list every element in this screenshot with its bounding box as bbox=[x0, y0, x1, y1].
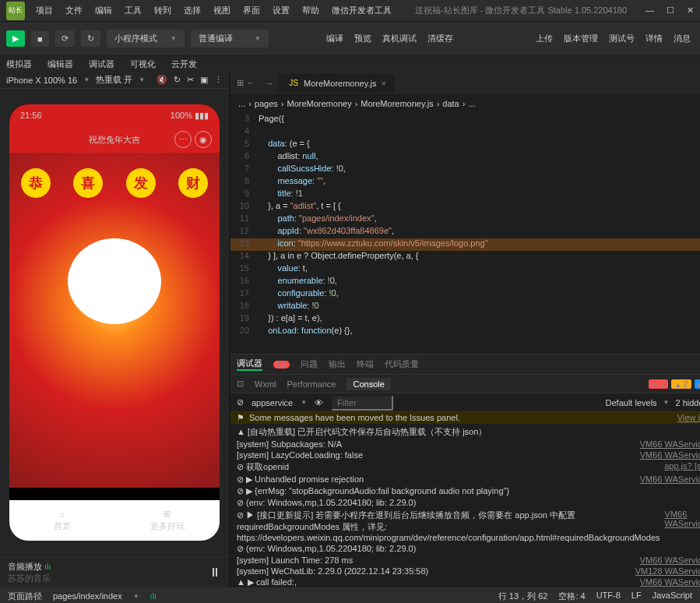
mode-select[interactable]: 小程序模式▼ bbox=[107, 30, 185, 48]
close-icon[interactable]: ✕ bbox=[687, 5, 694, 16]
tab-home[interactable]: ⌂ 首页 bbox=[9, 500, 114, 541]
tool[interactable]: 上传 bbox=[533, 30, 556, 48]
source-link[interactable]: app.js? [sm]:23 bbox=[664, 461, 700, 473]
breadcrumb[interactable]: ... › pages › MoreMoremoney › MoreMoremo… bbox=[230, 95, 700, 112]
console-body[interactable]: ▲ [自动热重载] 已开启代码文件保存后自动热重载（不支持 json）[syst… bbox=[230, 424, 700, 587]
stats-icon[interactable]: ılı bbox=[150, 591, 157, 601]
source-link[interactable]: VM66 WAService.js:1 bbox=[665, 510, 700, 542]
menu-工具[interactable]: 工具 bbox=[120, 3, 146, 18]
source-link[interactable]: VM66 WAService.js:1 bbox=[640, 555, 700, 565]
menu-帮助[interactable]: 帮助 bbox=[297, 3, 324, 18]
mute-icon[interactable]: 🔇 bbox=[157, 75, 167, 85]
tool[interactable]: 编译 bbox=[323, 30, 346, 48]
subtab[interactable]: 云开发 bbox=[171, 58, 197, 70]
code-editor[interactable]: 3Page({45 data: (e = {6 adlist: null,7 c… bbox=[230, 112, 700, 354]
subtab[interactable]: 调试器 bbox=[89, 58, 114, 70]
tool[interactable]: 预览 bbox=[351, 30, 375, 48]
close-tab-icon[interactable]: × bbox=[381, 79, 385, 88]
error-badge[interactable]: ⊘ 2 bbox=[649, 379, 668, 389]
subtab[interactable]: 可视化 bbox=[130, 58, 156, 70]
status-item[interactable]: 空格: 4 bbox=[558, 591, 585, 602]
page-title: 祝您兔年大吉 bbox=[89, 134, 140, 146]
quality-tab[interactable]: 代码质量 bbox=[385, 358, 419, 370]
menubar: 项目文件编辑工具转到选择视图界面设置帮助微信开发者工具 bbox=[31, 3, 396, 18]
editor-tab[interactable]: JS MoreMoremoney.js × bbox=[279, 74, 396, 93]
capsule-menu-icon[interactable]: ⋯ bbox=[174, 131, 192, 148]
performance-tab[interactable]: Performance bbox=[287, 379, 336, 389]
hot-reload-toggle[interactable]: 热重载 开 bbox=[96, 74, 132, 86]
phone-statusbar: 21:56 100% ▮▮▮ bbox=[9, 104, 220, 126]
back-icon[interactable]: ⊞ ← bbox=[230, 78, 261, 88]
compile-select[interactable]: 普通编译▼ bbox=[191, 30, 269, 48]
tool[interactable]: 测试号 bbox=[606, 30, 638, 48]
menu-项目[interactable]: 项目 bbox=[31, 3, 58, 18]
titlebar: 站长 项目文件编辑工具转到选择视图界面设置帮助微信开发者工具 送祝福-站长图库 … bbox=[0, 0, 700, 22]
rabbit-illustration bbox=[68, 238, 161, 324]
run-button[interactable]: ▶ bbox=[6, 30, 25, 47]
tool[interactable]: 清缓存 bbox=[424, 30, 456, 48]
tab-more[interactable]: ⊞ 更多好玩 bbox=[114, 500, 220, 541]
phone-content[interactable]: 恭喜发财 bbox=[9, 153, 220, 488]
source-link[interactable]: VM128 WAService.js:1 bbox=[635, 566, 700, 576]
menu-文件[interactable]: 文件 bbox=[61, 3, 87, 18]
maximize-icon[interactable]: ☐ bbox=[667, 5, 674, 16]
status-item[interactable]: LF bbox=[631, 591, 642, 602]
view-issues-link[interactable]: View issues bbox=[677, 413, 700, 423]
debugger-tab[interactable]: 调试器 bbox=[237, 358, 262, 371]
menu-微信开发者工具[interactable]: 微信开发者工具 bbox=[327, 3, 396, 18]
levels-select[interactable]: Default levels bbox=[606, 398, 657, 407]
inspect-icon[interactable]: ⊡ bbox=[237, 379, 244, 389]
subtab[interactable]: 模拟器 bbox=[6, 58, 32, 70]
source-link[interactable]: VM66 WAService.js:1 bbox=[640, 474, 700, 485]
wxml-tab[interactable]: Wxml bbox=[255, 379, 276, 389]
audio-pause-icon[interactable]: ⏸ bbox=[209, 566, 221, 580]
output-tab[interactable]: 输出 bbox=[329, 358, 346, 370]
menu-转到[interactable]: 转到 bbox=[149, 3, 176, 18]
clear-console-icon[interactable]: ⊘ bbox=[237, 397, 244, 407]
step-button[interactable]: ⟳ bbox=[55, 30, 75, 47]
cut-icon[interactable]: ✂ bbox=[187, 75, 194, 85]
warn-badge[interactable]: ▲ 2 bbox=[671, 379, 691, 389]
reload-button[interactable]: ↻ bbox=[81, 30, 100, 47]
device-select[interactable]: iPhone X 100% 16 bbox=[6, 76, 77, 85]
tool[interactable]: 真机调试 bbox=[379, 30, 420, 48]
tool[interactable]: 详情 bbox=[642, 30, 666, 48]
menu-视图[interactable]: 视图 bbox=[209, 3, 235, 18]
console-line: [system] LazyCodeLoading: falseVM66 WASe… bbox=[230, 450, 700, 460]
subtab[interactable]: 编辑器 bbox=[47, 58, 73, 70]
statusbar: 页面路径 pages/index/index▼ ılı 行 13，列 62空格:… bbox=[0, 587, 700, 603]
problems-tab[interactable]: 问题 bbox=[301, 358, 318, 370]
forward-icon[interactable]: → bbox=[261, 79, 279, 88]
menu-编辑[interactable]: 编辑 bbox=[90, 3, 117, 18]
filter-input[interactable] bbox=[331, 395, 393, 411]
menu-设置[interactable]: 设置 bbox=[268, 3, 294, 18]
stop-button[interactable]: ■ bbox=[31, 31, 49, 47]
tool[interactable]: 版本管理 bbox=[561, 30, 601, 48]
hidden-count[interactable]: 2 hidden bbox=[676, 398, 700, 407]
source-link[interactable]: VM66 WAService.js:1 bbox=[640, 439, 700, 449]
console-tab[interactable]: Console bbox=[346, 378, 390, 390]
audio-subtitle: 苏苏的音乐 bbox=[8, 573, 51, 584]
expand-icon[interactable]: ▣ bbox=[200, 75, 208, 85]
console-line: ▲ ▶ call failed:,VM66 WAService.js:1 bbox=[230, 577, 700, 587]
status-item[interactable]: 行 13，列 62 bbox=[498, 591, 548, 602]
more-icon[interactable]: ⋮ bbox=[214, 75, 223, 85]
terminal-tab[interactable]: 终端 bbox=[357, 358, 374, 370]
eye-icon[interactable]: 👁 bbox=[315, 398, 323, 407]
grid-icon: ⊞ bbox=[164, 509, 171, 519]
status-item[interactable]: UTF-8 bbox=[596, 591, 621, 602]
menu-选择[interactable]: 选择 bbox=[179, 3, 206, 18]
menu-界面[interactable]: 界面 bbox=[238, 3, 265, 18]
context-select[interactable]: appservice bbox=[252, 398, 293, 407]
capsule-close-icon[interactable]: ◉ bbox=[195, 131, 212, 148]
rotate-icon[interactable]: ↻ bbox=[174, 75, 181, 85]
tool[interactable]: 消息 bbox=[670, 30, 694, 48]
source-link[interactable]: VM66 WAService.js:1 bbox=[640, 577, 700, 587]
page-path[interactable]: pages/index/index bbox=[53, 591, 122, 601]
info-badge[interactable]: ■ 2 bbox=[695, 379, 700, 389]
status-item[interactable]: JavaScript bbox=[653, 591, 692, 602]
source-link[interactable]: VM66 WAService.js:1 bbox=[640, 450, 700, 460]
phone-navbar: 祝您兔年大吉 ⋯ ◉ bbox=[9, 126, 220, 153]
audio-title: 音频播放 ılı bbox=[8, 561, 51, 573]
minimize-icon[interactable]: — bbox=[645, 5, 654, 16]
